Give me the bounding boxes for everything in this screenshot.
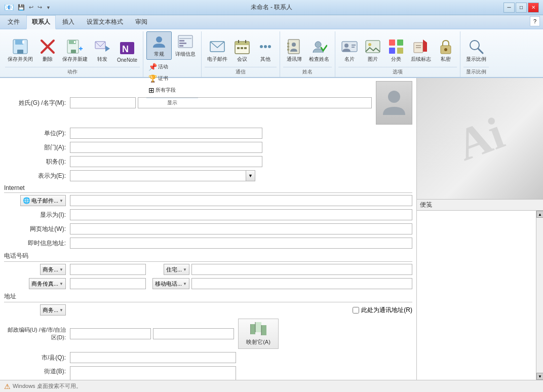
private-button[interactable]: 私密 [435, 36, 457, 65]
mobile-input[interactable] [191, 278, 412, 289]
details-view-button[interactable]: 详细信息 [173, 31, 198, 60]
tab-contact[interactable]: 联系人 [26, 15, 56, 29]
businesscard-button[interactable]: 名片 [338, 36, 361, 65]
delete-button[interactable]: 删除 [36, 36, 59, 65]
svg-point-16 [156, 36, 162, 43]
private-icon [438, 38, 454, 55]
svg-rect-24 [235, 42, 249, 45]
normal-view-button[interactable]: 常规 [146, 31, 172, 60]
allfields-button[interactable]: ⊞ 所有字段 [146, 85, 198, 96]
addressbook-icon [286, 38, 302, 55]
tab-format[interactable]: 设置文本格式 [81, 15, 129, 28]
zoom-icon [468, 38, 484, 55]
company-input[interactable] [70, 128, 262, 139]
email-label: 电子邮件 [207, 56, 227, 63]
department-input[interactable] [70, 142, 262, 153]
city-input[interactable] [70, 352, 236, 363]
svg-rect-59 [255, 322, 261, 332]
home-phone-button[interactable]: 住宅... ▼ [164, 264, 189, 275]
businesscard-label: 名片 [344, 56, 355, 63]
app-icon: 📧 [4, 3, 14, 12]
save-close-button[interactable]: 保存并关闭 [5, 36, 35, 65]
redo-icon[interactable]: ↪ [36, 4, 44, 11]
displayas-input[interactable] [70, 170, 246, 181]
home-phone-input[interactable] [191, 264, 412, 275]
save-new-icon [67, 38, 83, 55]
displayas-dropdown-button[interactable]: ▼ [246, 170, 255, 181]
avatar-container [376, 81, 412, 125]
other-button[interactable]: 其他 [254, 36, 277, 65]
save-quick-icon[interactable]: 💾 [16, 4, 26, 11]
svg-rect-1 [15, 40, 23, 45]
svg-point-54 [444, 48, 447, 51]
checkname-button[interactable]: 检查姓名 [306, 36, 332, 65]
tab-file[interactable]: 文件 [2, 15, 25, 28]
tab-review[interactable]: 审阅 [130, 15, 153, 28]
business-phone-input[interactable] [70, 264, 146, 275]
display-name-input[interactable] [70, 209, 412, 220]
followup-button[interactable]: 后续标志 [408, 36, 434, 65]
categorize-button[interactable]: 分类 [385, 36, 407, 65]
picture-button[interactable]: 图片 [362, 36, 384, 65]
province-input[interactable] [153, 328, 234, 339]
minimize-button[interactable]: ─ [503, 3, 515, 13]
svg-rect-20 [179, 43, 186, 44]
allfields-icon: ⊞ [148, 86, 154, 94]
communication-group-label: 通信 [205, 67, 277, 77]
maximize-button[interactable]: □ [516, 3, 527, 13]
im-input[interactable] [70, 238, 412, 249]
tab-insert[interactable]: 插入 [57, 15, 80, 28]
allfields-label: 所有字段 [156, 87, 176, 94]
scrollbar-up-button[interactable]: ▲ [536, 211, 543, 218]
activity-label: 活动 [158, 63, 168, 70]
street-input[interactable] [70, 366, 236, 380]
email-button[interactable]: 电子邮件 [205, 36, 230, 65]
name-group-label: 姓名 [283, 67, 332, 77]
jobtitle-row: 职务(I): [4, 156, 412, 167]
followup-icon [413, 38, 429, 55]
lastname-input[interactable] [70, 97, 136, 108]
save-new-button[interactable]: 保存并新建 [60, 36, 90, 65]
activity-button[interactable]: 📌 活动 [146, 61, 198, 72]
onenote-button[interactable]: N OneNote [114, 38, 140, 65]
window-title: 未命名 - 联系人 [251, 3, 293, 12]
map-icon [250, 322, 266, 336]
mobile-button[interactable]: 移动电话... ▼ [152, 278, 189, 289]
email-field-button[interactable]: 🌐 电子邮件... ▼ [20, 195, 66, 206]
undo-icon[interactable]: ↩ [27, 4, 35, 11]
ribbon-tab-bar: 文件 联系人 插入 设置文本格式 审阅 ? [0, 15, 543, 29]
business-phone-button[interactable]: 商务... ▼ [40, 264, 66, 275]
mailing-label: 此处为通讯地址(R) [361, 306, 412, 315]
ribbon-group-zoom: 显示比例 显示比例 [460, 31, 492, 77]
email-input[interactable] [70, 195, 412, 206]
delete-icon [40, 38, 56, 55]
email-btn-container: 🌐 电子邮件... ▼ [4, 195, 70, 206]
businessfax-input[interactable] [70, 278, 146, 289]
svg-point-30 [260, 45, 263, 48]
ribbon: 保存并关闭 删除 保存并新建 [0, 29, 543, 78]
quickaccess-dropdown[interactable]: ▼ [45, 5, 52, 11]
mobile-label: 移动电话... [155, 280, 182, 288]
addressbook-button[interactable]: 通讯簿 [283, 36, 305, 65]
svg-rect-48 [397, 48, 403, 54]
svg-rect-35 [287, 46, 289, 48]
postal-input[interactable] [70, 328, 151, 339]
normal-view-label: 常规 [154, 51, 164, 58]
checkname-icon [311, 38, 327, 55]
close-button[interactable]: ✕ [528, 3, 539, 13]
businessfax-button[interactable]: 商务传真... ▼ [29, 278, 66, 289]
businessaddr-button[interactable]: 商务... ▼ [40, 304, 66, 316]
save-close-label: 保存并关闭 [8, 56, 33, 63]
webpage-input[interactable] [70, 223, 412, 234]
street-row: 街道(B): [4, 366, 412, 380]
cert-button[interactable]: 🏆 证书 [146, 73, 198, 84]
mailing-checkbox[interactable] [353, 307, 359, 313]
scrollbar-down-button[interactable]: ▼ [536, 373, 543, 380]
note-textarea[interactable] [417, 211, 536, 380]
zoom-button[interactable]: 显示比例 [463, 36, 489, 65]
forward-button[interactable]: 转发 [91, 36, 113, 65]
jobtitle-input[interactable] [70, 156, 262, 167]
meeting-button[interactable]: 会议 [231, 36, 253, 65]
ribbon-help-button[interactable]: ? [530, 16, 540, 26]
map-button[interactable]: 映射它(A) [238, 319, 279, 349]
